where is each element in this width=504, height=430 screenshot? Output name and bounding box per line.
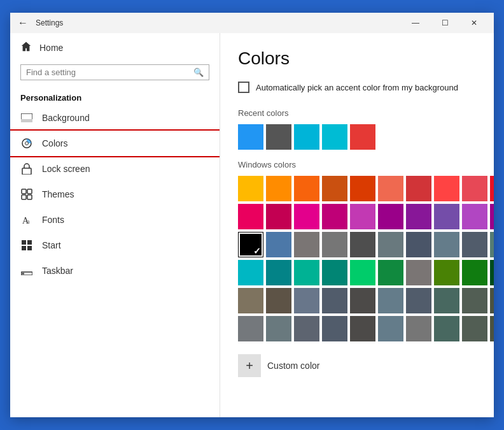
windows-color-swatch[interactable]: [266, 288, 291, 313]
windows-color-swatch[interactable]: [434, 316, 459, 341]
recent-color-swatch[interactable]: [322, 124, 347, 150]
minimize-button[interactable]: —: [401, 13, 430, 33]
windows-color-swatch[interactable]: [294, 288, 319, 313]
lock-icon: [20, 162, 33, 175]
windows-color-swatch[interactable]: [350, 316, 375, 341]
windows-color-swatch[interactable]: [322, 316, 347, 341]
windows-color-swatch[interactable]: [406, 288, 431, 313]
windows-color-swatch[interactable]: [266, 204, 291, 229]
windows-color-swatch[interactable]: [406, 316, 431, 341]
maximize-button[interactable]: ☐: [430, 13, 459, 33]
custom-color-label: Custom color: [267, 361, 319, 371]
sidebar-item-fonts[interactable]: Aa Fonts: [10, 207, 220, 233]
auto-pick-row[interactable]: Automatically pick an accent color from …: [238, 82, 476, 93]
window-controls: — ☐ ✕: [401, 13, 489, 33]
sidebar-item-themes[interactable]: Themes: [10, 182, 220, 207]
windows-color-swatch[interactable]: [350, 204, 375, 229]
home-icon: [20, 41, 32, 54]
windows-color-swatch[interactable]: [294, 316, 319, 341]
plus-icon: +: [238, 354, 261, 377]
windows-color-swatch[interactable]: [378, 232, 403, 257]
svg-rect-5: [22, 189, 26, 194]
auto-pick-checkbox[interactable]: [238, 82, 249, 93]
windows-color-swatch[interactable]: [490, 204, 494, 229]
sidebar-item-taskbar[interactable]: Taskbar: [10, 258, 220, 283]
windows-color-swatch[interactable]: [490, 288, 494, 313]
windows-color-swatch[interactable]: [434, 176, 459, 201]
personalization-label: Personalization: [10, 88, 220, 105]
recent-color-swatch[interactable]: [266, 124, 291, 150]
windows-color-swatch[interactable]: [434, 288, 459, 313]
windows-colors-label: Windows colors: [238, 160, 476, 169]
windows-color-swatch[interactable]: [434, 232, 459, 257]
sidebar-item-lock-screen[interactable]: Lock screen: [10, 156, 220, 182]
windows-color-swatch[interactable]: [266, 176, 291, 201]
windows-color-swatch[interactable]: [406, 204, 431, 229]
windows-color-swatch[interactable]: [406, 260, 431, 285]
svg-rect-12: [27, 240, 32, 245]
sidebar-item-home[interactable]: Home: [10, 33, 220, 62]
windows-color-swatch[interactable]: [462, 288, 487, 313]
windows-color-swatch[interactable]: [462, 232, 487, 257]
start-icon: [20, 239, 33, 252]
themes-icon: [20, 188, 33, 201]
recent-color-swatch[interactable]: [294, 124, 319, 150]
windows-color-swatch[interactable]: [350, 260, 375, 285]
windows-color-swatch[interactable]: [238, 204, 263, 229]
themes-label: Themes: [42, 189, 74, 199]
windows-color-swatch[interactable]: [434, 204, 459, 229]
custom-color-button[interactable]: + Custom color: [238, 352, 476, 380]
sidebar: Home 🔍 Personalization Background Colors: [10, 33, 220, 417]
recent-color-swatch[interactable]: [350, 124, 375, 150]
windows-color-swatch[interactable]: [406, 232, 431, 257]
windows-color-swatch[interactable]: [350, 288, 375, 313]
windows-color-swatch[interactable]: [350, 176, 375, 201]
search-input[interactable]: [26, 68, 193, 77]
windows-color-swatch[interactable]: [490, 260, 494, 285]
windows-color-swatch[interactable]: [378, 288, 403, 313]
windows-color-swatch[interactable]: [294, 232, 319, 257]
windows-color-swatch[interactable]: [378, 176, 403, 201]
windows-color-swatch[interactable]: [378, 260, 403, 285]
windows-color-swatch[interactable]: [490, 316, 494, 341]
windows-color-swatch[interactable]: [490, 232, 494, 257]
windows-color-swatch[interactable]: [322, 176, 347, 201]
close-button[interactable]: ✕: [459, 13, 489, 33]
windows-color-swatch[interactable]: [266, 232, 291, 257]
back-button[interactable]: ←: [15, 16, 31, 30]
windows-color-swatch[interactable]: [238, 232, 263, 257]
windows-color-swatch[interactable]: [322, 260, 347, 285]
windows-color-swatch[interactable]: [378, 316, 403, 341]
svg-rect-6: [27, 189, 32, 194]
windows-color-swatch[interactable]: [294, 260, 319, 285]
windows-color-swatch[interactable]: [434, 260, 459, 285]
windows-color-swatch[interactable]: [322, 204, 347, 229]
windows-color-swatch[interactable]: [238, 288, 263, 313]
recent-colors-row: [238, 124, 476, 150]
windows-color-swatch[interactable]: [406, 176, 431, 201]
windows-color-swatch[interactable]: [462, 260, 487, 285]
sidebar-item-start[interactable]: Start: [10, 233, 220, 258]
svg-rect-1: [21, 119, 32, 122]
windows-color-swatch[interactable]: [490, 176, 494, 201]
recent-color-swatch[interactable]: [238, 124, 263, 150]
windows-color-swatch[interactable]: [462, 176, 487, 201]
windows-color-swatch[interactable]: [378, 204, 403, 229]
windows-color-swatch[interactable]: [266, 260, 291, 285]
windows-color-swatch[interactable]: [322, 288, 347, 313]
windows-color-swatch[interactable]: [238, 316, 263, 341]
windows-color-swatch[interactable]: [238, 176, 263, 201]
windows-color-swatch[interactable]: [462, 204, 487, 229]
windows-color-swatch[interactable]: [266, 316, 291, 341]
windows-color-swatch[interactable]: [294, 176, 319, 201]
colors-label: Colors: [42, 138, 67, 148]
windows-color-swatch[interactable]: [322, 232, 347, 257]
sidebar-item-background[interactable]: Background: [10, 105, 220, 131]
sidebar-item-colors[interactable]: Colors: [10, 131, 220, 156]
windows-color-swatch[interactable]: [350, 232, 375, 257]
fonts-label: Fonts: [42, 215, 64, 225]
search-box[interactable]: 🔍: [20, 64, 209, 80]
windows-color-swatch[interactable]: [294, 204, 319, 229]
windows-color-swatch[interactable]: [462, 316, 487, 341]
windows-color-swatch[interactable]: [238, 260, 263, 285]
